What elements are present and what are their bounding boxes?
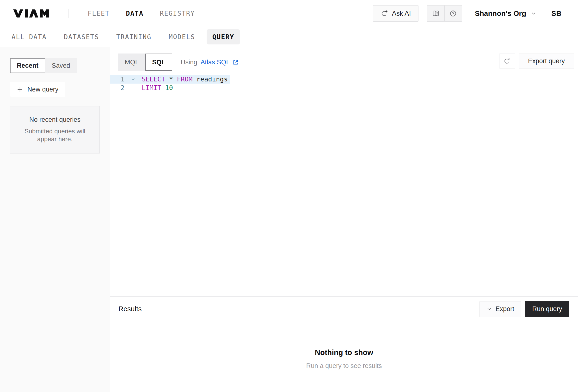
sql-text: * bbox=[165, 75, 177, 83]
code-line-2[interactable]: 2 LIMIT 10 bbox=[110, 84, 175, 92]
chevron-down-icon bbox=[531, 10, 536, 16]
query-main: MQL SQL Using Atlas SQL bbox=[110, 47, 578, 392]
ai-regenerate-button[interactable] bbox=[499, 53, 515, 68]
chevron-down-icon bbox=[131, 77, 135, 81]
empty-results-title: Nothing to show bbox=[315, 348, 373, 357]
viam-logo[interactable] bbox=[13, 9, 49, 17]
org-name: Shannon's Org bbox=[475, 9, 526, 17]
tab-recent[interactable]: Recent bbox=[10, 58, 45, 73]
results-title: Results bbox=[118, 305, 142, 313]
code-text: SELECT * FROM readings bbox=[142, 75, 228, 84]
export-query-button[interactable]: Export query bbox=[519, 53, 574, 68]
chevron-down-icon bbox=[486, 306, 492, 312]
export-results-button[interactable]: Export bbox=[480, 301, 521, 317]
fold-gutter bbox=[124, 84, 142, 92]
tab-query[interactable]: QUERY bbox=[207, 29, 240, 45]
external-link-icon bbox=[232, 59, 239, 66]
tab-all-data[interactable]: ALL DATA bbox=[11, 33, 47, 41]
sql-keyword: LIMIT bbox=[142, 84, 161, 92]
tab-models[interactable]: MODELS bbox=[169, 33, 195, 41]
code-line-1[interactable]: 1 SELECT * FROM readings bbox=[110, 75, 230, 84]
mode-sql-button[interactable]: SQL bbox=[145, 53, 172, 71]
viam-logo-mark bbox=[13, 9, 49, 17]
empty-panel-subtitle: Submitted queries will appear here. bbox=[20, 127, 90, 143]
line-number: 2 bbox=[110, 84, 124, 92]
mode-mql-button[interactable]: MQL bbox=[118, 53, 145, 71]
empty-results-subtitle: Run a query to see results bbox=[306, 362, 382, 370]
results-empty-state: Nothing to show Run a query to see resul… bbox=[110, 321, 578, 392]
plus-icon bbox=[17, 86, 23, 93]
docs-help-group bbox=[427, 5, 462, 22]
nav-data[interactable]: DATA bbox=[126, 10, 144, 17]
ai-sparkle-refresh-icon bbox=[381, 10, 388, 17]
atlas-sql-link-label: Atlas SQL bbox=[201, 59, 230, 66]
no-recent-queries-panel: No recent queries Submitted queries will… bbox=[10, 106, 100, 153]
sql-number: 10 bbox=[165, 84, 173, 92]
viam-app: FLEET DATA REGISTRY Ask AI bbox=[0, 0, 578, 392]
sql-keyword: SELECT bbox=[142, 75, 165, 83]
sql-code-editor[interactable]: 1 SELECT * FROM readings 2 LIMIT 10 bbox=[110, 73, 578, 296]
using-label: Using bbox=[181, 59, 197, 66]
using-atlas-sql: Using Atlas SQL bbox=[181, 53, 239, 71]
new-query-button[interactable]: New query bbox=[10, 82, 65, 97]
documentation-button[interactable] bbox=[427, 5, 444, 21]
export-results-label: Export bbox=[495, 305, 514, 313]
sql-keyword: FROM bbox=[177, 75, 193, 83]
line-number: 1 bbox=[110, 75, 124, 84]
query-toolbar: MQL SQL Using Atlas SQL bbox=[110, 47, 578, 71]
tab-saved[interactable]: Saved bbox=[45, 58, 77, 73]
sql-text bbox=[161, 84, 165, 92]
nav-fleet[interactable]: FLEET bbox=[88, 10, 109, 17]
book-icon bbox=[432, 10, 440, 17]
help-button[interactable] bbox=[444, 5, 462, 21]
header-divider bbox=[68, 9, 68, 18]
code-text: LIMIT 10 bbox=[142, 84, 173, 92]
new-query-label: New query bbox=[27, 86, 58, 93]
query-sidebar: Recent Saved New query No recent queries… bbox=[0, 47, 110, 392]
user-avatar[interactable]: SB bbox=[551, 9, 561, 17]
question-circle-icon bbox=[449, 10, 457, 17]
org-switcher[interactable]: Shannon's Org bbox=[475, 9, 537, 17]
sql-text: readings bbox=[193, 75, 228, 83]
ask-ai-button[interactable]: Ask AI bbox=[373, 5, 418, 22]
recent-saved-toggle: Recent Saved bbox=[10, 58, 100, 73]
run-query-button[interactable]: Run query bbox=[525, 301, 569, 317]
tab-datasets[interactable]: DATASETS bbox=[64, 33, 99, 41]
empty-panel-title: No recent queries bbox=[10, 116, 99, 123]
results-bar: Results Export Run query bbox=[110, 296, 578, 321]
ask-ai-label: Ask AI bbox=[392, 10, 411, 17]
nav-registry[interactable]: REGISTRY bbox=[160, 10, 195, 17]
app-header: FLEET DATA REGISTRY Ask AI bbox=[0, 0, 578, 27]
atlas-sql-link[interactable]: Atlas SQL bbox=[201, 59, 239, 66]
main-nav: FLEET DATA REGISTRY bbox=[88, 10, 195, 17]
content-area: Recent Saved New query No recent queries… bbox=[0, 47, 578, 392]
data-subnav: ALL DATA DATASETS TRAINING MODELS QUERY bbox=[0, 27, 578, 47]
ai-sparkle-refresh-icon bbox=[503, 57, 511, 65]
tab-training[interactable]: TRAINING bbox=[116, 33, 151, 41]
fold-toggle[interactable] bbox=[124, 75, 142, 84]
